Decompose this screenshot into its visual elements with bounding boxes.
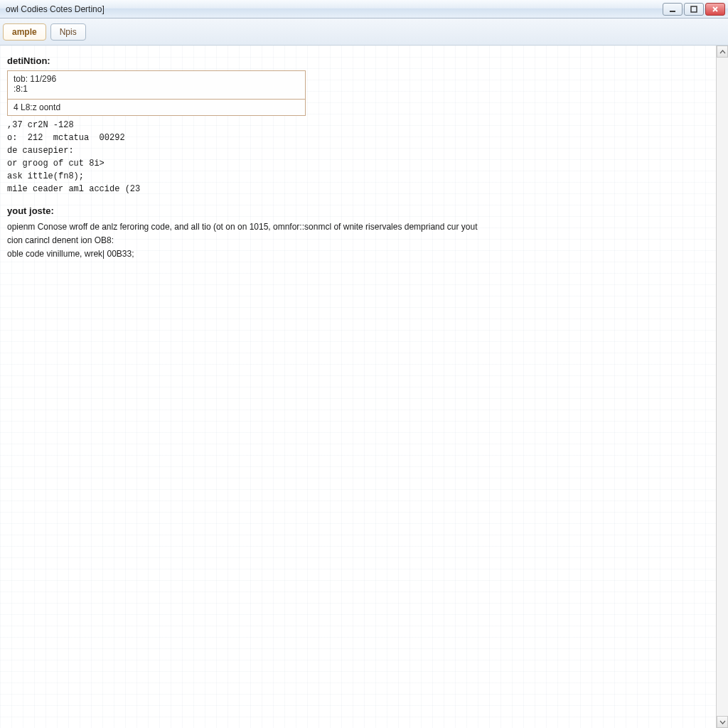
section-heading-definition: detiNtion: [7,55,709,66]
code-line: ask ittle(fn8); [7,170,709,183]
section-heading-joste: yout joste: [7,205,709,216]
vertical-scrollbar[interactable] [716,46,728,728]
content-area: detiNtion: tob: 11/296 :8:1 4 L8:z oontd… [0,46,728,728]
code-line: or groog of cut 8i> [7,157,709,170]
tab-label: Npis [60,27,77,37]
paragraph-text: oble code vinillume, wrek| 00B33; [7,247,709,261]
scroll-up-button[interactable] [717,46,728,58]
minimize-button[interactable] [663,3,682,16]
paragraph-text: opienm Conose wroff de anlz feroring cod… [7,220,709,234]
table-cell: 4 L8:z oontd [8,100,306,116]
scroll-down-button[interactable] [717,716,728,728]
tab-npis[interactable]: Npis [50,23,86,41]
maximize-button[interactable] [684,3,704,16]
table-text: :8:1 [14,84,299,94]
window-controls [663,3,725,16]
main-panel: detiNtion: tob: 11/296 :8:1 4 L8:z oontd… [0,46,716,728]
chevron-down-icon [719,720,726,724]
tab-label: ample [12,27,37,37]
section-2: yout joste: opienm Conose wroff de anlz … [7,205,709,262]
window-title: owl Codies Cotes Dertino] [6,4,105,14]
svg-rect-1 [691,6,697,12]
toolbar: ample Npis [0,18,728,46]
app-window: owl Codies Cotes Dertino] ample [0,0,728,728]
titlebar: owl Codies Cotes Dertino] [0,0,728,18]
minimize-icon [668,6,677,13]
code-line: mile ceader aml accide (23 [7,183,709,196]
paragraph-text: cion carincl denent ion OB8: [7,234,709,247]
close-button[interactable] [705,3,725,16]
svg-rect-0 [670,11,675,12]
table-cell: tob: 11/296 :8:1 [8,71,306,100]
code-line: ,37 cr2N -128 [7,119,709,132]
code-line: de causepier: [7,144,709,157]
scroll-track[interactable] [717,58,728,716]
close-icon [711,6,719,13]
chevron-up-icon [719,50,726,54]
code-line: o: 212 mctatua 00292 [7,132,709,144]
code-block: ,37 cr2N -128 o: 212 mctatua 00292 de ca… [7,119,709,196]
table-text: tob: 11/296 [14,74,299,84]
tab-ample[interactable]: ample [3,23,46,41]
info-table: tob: 11/296 :8:1 4 L8:z oontd [7,70,306,116]
maximize-icon [690,6,698,13]
